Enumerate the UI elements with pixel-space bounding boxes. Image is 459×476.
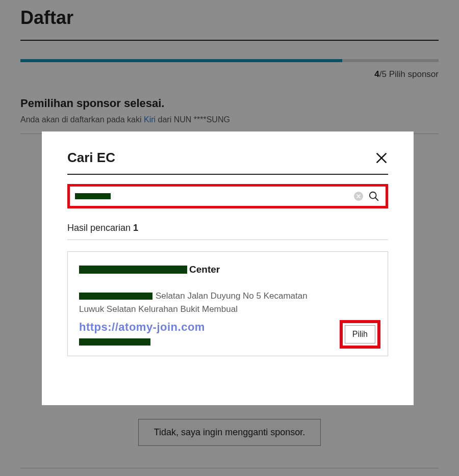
close-icon[interactable] xyxy=(375,151,388,165)
search-input[interactable] xyxy=(116,192,349,201)
redacted-text xyxy=(79,266,187,274)
select-button[interactable]: Pilih xyxy=(345,325,375,343)
search-ec-modal: Cari EC Hasil pencarian 1 Center xyxy=(42,131,414,405)
redacted-text xyxy=(79,338,150,346)
search-field-highlight xyxy=(67,184,388,208)
divider xyxy=(67,240,388,240)
redacted-text xyxy=(75,193,111,199)
watermark-text: https://atomy-join.com xyxy=(79,319,376,335)
search-icon[interactable] xyxy=(368,191,379,202)
result-address: Selatan Jalan Duyung No 5 Kecamatan xyxy=(79,289,376,303)
divider xyxy=(67,174,388,175)
results-count-label: Hasil pencarian 1 xyxy=(67,223,388,233)
modal-title: Cari EC xyxy=(67,150,115,166)
clear-icon[interactable] xyxy=(354,192,363,201)
result-name: Center xyxy=(79,264,376,275)
result-card: Center Selatan Jalan Duyung No 5 Kecamat… xyxy=(67,251,388,356)
result-address: Luwuk Selatan Kelurahan Bukit Membual xyxy=(79,303,376,316)
select-button-highlight: Pilih xyxy=(340,320,380,349)
redacted-text xyxy=(79,293,152,300)
